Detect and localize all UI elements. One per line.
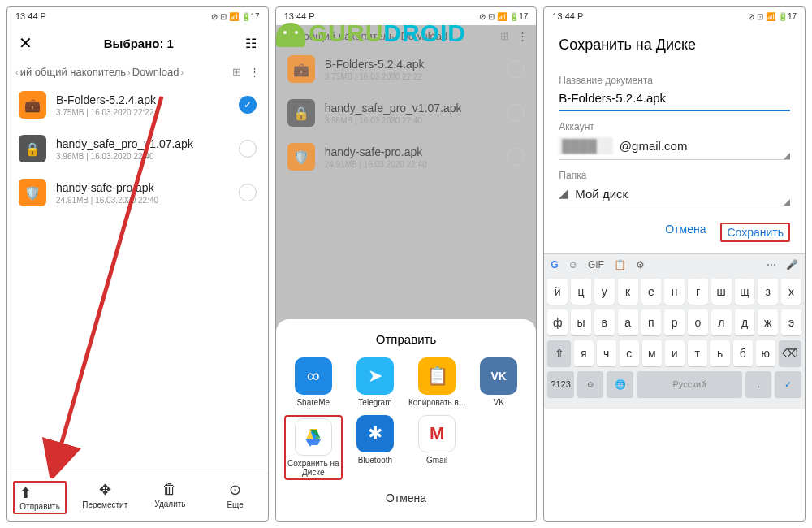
checkbox-checked[interactable]: ✓ [239, 96, 257, 114]
keyboard-toolbar: G ☺ GIF 📋 ⚙ ⋯ 🎤 [544, 254, 805, 275]
key[interactable]: ч [597, 340, 616, 366]
key[interactable]: м [642, 340, 662, 366]
cancel-button[interactable]: Отмена [665, 223, 706, 242]
share-sheet: Отправить ∞ShareMe ➤Telegram 📋Копировать… [276, 319, 537, 521]
key[interactable]: в [594, 309, 615, 335]
key[interactable]: ы [571, 309, 591, 335]
emoji-key[interactable]: ☺ [577, 371, 604, 397]
key[interactable]: з [758, 279, 778, 305]
sticker-icon[interactable]: ☺ [568, 259, 578, 270]
key[interactable]: е [641, 279, 662, 305]
key[interactable]: п [641, 309, 662, 335]
phone-screen-2: 13:44 P ⊘⊡📶🔋17 ‹ ий общий накопитель › D… [275, 6, 538, 522]
gif-button[interactable]: GIF [588, 259, 604, 270]
close-icon[interactable]: ✕ [19, 33, 32, 53]
key[interactable]: о [688, 309, 708, 335]
more-icon[interactable]: ⋮ [249, 66, 260, 78]
svg-marker-9 [306, 439, 321, 445]
key[interactable]: р [664, 309, 685, 335]
share-sheet-title: Отправить [284, 332, 529, 346]
apk-icon: 💼 [19, 91, 46, 119]
move-button[interactable]: ✥Переместит [72, 481, 137, 514]
key[interactable]: л [711, 309, 732, 335]
key[interactable]: ю [756, 340, 775, 366]
share-app-gmail[interactable]: MGmail [408, 415, 466, 480]
key[interactable]: щ [735, 279, 755, 305]
account-label: Аккаунт [559, 121, 790, 132]
phone-screen-1: 13:44 P ⊘⊡📶🔋17 ✕ Выбрано: 1 ☷ ‹ ий общий… [6, 6, 269, 522]
breadcrumb[interactable]: ‹ ий общий накопитель › Download › ⊞ ⋮ [7, 61, 268, 83]
cancel-button[interactable]: Отмена [284, 480, 529, 508]
share-app-telegram[interactable]: ➤Telegram [346, 357, 404, 407]
select-all-icon[interactable]: ☷ [245, 36, 257, 51]
key[interactable]: б [733, 340, 753, 366]
key[interactable]: а [618, 309, 638, 335]
account-field[interactable]: ████@gmail.com [559, 132, 790, 160]
folder-field[interactable]: ◢ Мой диск [559, 181, 790, 206]
apk-icon: 🛡️ [19, 179, 46, 206]
clipboard-icon[interactable]: 📋 [614, 259, 626, 270]
share-app-bluetooth[interactable]: ✱Bluetooth [346, 415, 404, 480]
file-row: 💼 B-Folders-5.2.4.apk3.75MB | 16.03.2020… [276, 47, 537, 91]
key[interactable]: г [688, 279, 708, 305]
share-app-drive[interactable]: Сохранить на Диске [284, 415, 343, 480]
lang-key[interactable]: 🌐 [607, 371, 633, 397]
key[interactable]: и [665, 340, 685, 366]
status-bar: 13:44 P ⊘⊡📶🔋17 [7, 7, 268, 25]
delete-button[interactable]: 🗑Удалить [137, 481, 202, 514]
key[interactable]: х [781, 279, 801, 305]
shift-key[interactable]: ⇧ [547, 340, 570, 366]
backspace-key[interactable]: ⌫ [779, 340, 801, 366]
key[interactable]: н [664, 279, 685, 305]
docname-field[interactable] [559, 86, 790, 111]
three-phone-layout: 13:44 P ⊘⊡📶🔋17 ✕ Выбрано: 1 ☷ ‹ ий общий… [0, 0, 812, 528]
bottom-action-bar: ⬆ Отправить ✥Переместит 🗑Удалить ⊙Еще [7, 474, 268, 521]
share-app-vk[interactable]: VKVK [469, 357, 528, 407]
space-key[interactable]: Русский [637, 371, 742, 397]
more-horizontal-icon: ⊙ [229, 481, 241, 499]
key[interactable]: й [547, 279, 568, 305]
dropdown-icon [784, 153, 790, 159]
key[interactable]: с [620, 340, 639, 366]
key[interactable]: ц [571, 279, 591, 305]
grid-view-icon[interactable]: ⊞ [232, 66, 241, 78]
keyboard-row-1: й ц у к е н г ш щ з х [547, 279, 801, 305]
dropdown-icon [784, 199, 790, 206]
google-icon[interactable]: G [551, 259, 558, 270]
apk-icon: 🔒 [19, 135, 46, 162]
docname-label: Название документа [559, 75, 790, 86]
enter-key[interactable]: ✓ [775, 371, 801, 397]
settings-icon[interactable]: ⚙ [636, 259, 645, 270]
key[interactable]: ь [710, 340, 730, 366]
key[interactable]: ш [711, 279, 732, 305]
checkbox-unchecked[interactable] [239, 184, 257, 201]
more-button[interactable]: ⊙Еще [203, 481, 268, 514]
checkbox-unchecked[interactable] [239, 140, 257, 158]
key[interactable]: д [735, 309, 755, 335]
numeric-key[interactable]: ?123 [547, 371, 574, 397]
send-button[interactable]: ⬆ Отправить [7, 481, 72, 514]
file-row[interactable]: 🛡️ handy-safe-pro.apk 24.91MB | 16.03.20… [7, 171, 268, 214]
share-app-copy[interactable]: 📋Копировать в... [408, 357, 466, 407]
keyboard-row-3: ⇧ я ч с м и т ь б ю ⌫ [547, 340, 801, 366]
battery-icon: 🔋17 [241, 12, 260, 21]
phone-screen-3: 13:44 P ⊘⊡📶🔋17 Сохранить на Диске Назван… [543, 6, 806, 522]
key[interactable]: к [618, 279, 638, 305]
key[interactable]: ф [547, 309, 568, 335]
key[interactable]: ж [758, 309, 778, 335]
trash-icon: 🗑 [162, 481, 177, 498]
key[interactable]: я [574, 340, 594, 366]
key[interactable]: у [594, 279, 615, 305]
file-row[interactable]: 💼 B-Folders-5.2.4.apk 3.75MB | 16.03.202… [7, 83, 268, 127]
share-icon: ⬆ [19, 484, 60, 502]
share-app-shareme[interactable]: ∞ShareMe [284, 357, 343, 407]
docname-input[interactable] [559, 91, 790, 105]
key[interactable]: э [781, 309, 801, 335]
file-row[interactable]: 🔒 handy_safe_pro_v1.07.apk 3.96MB | 16.0… [7, 127, 268, 171]
period-key[interactable]: . [745, 371, 772, 397]
breadcrumb: ‹ ий общий накопитель › Download › ⊞ ⋮ [276, 25, 537, 47]
key[interactable]: т [688, 340, 707, 366]
mic-icon[interactable]: 🎤 [786, 259, 798, 270]
save-button[interactable]: Сохранить [720, 223, 790, 242]
save-to-drive-dialog: Сохранить на Диске Название документа Ак… [544, 25, 805, 253]
